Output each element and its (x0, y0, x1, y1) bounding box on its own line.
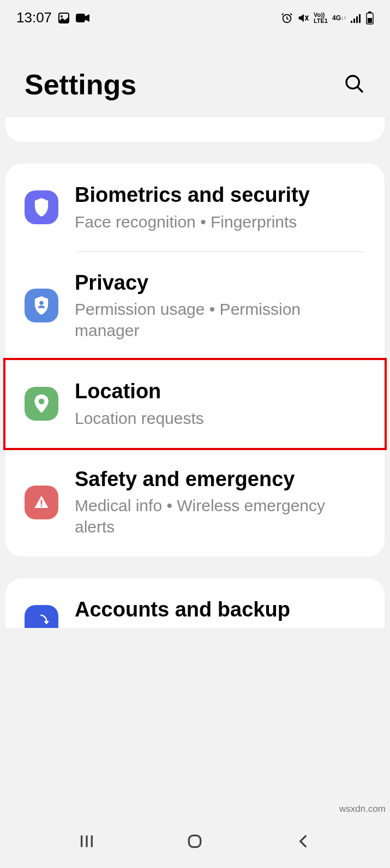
svg-rect-6 (356, 16, 358, 23)
settings-section: Biometrics and security Face recognition… (5, 164, 385, 556)
status-time: 13:07 (16, 9, 52, 26)
item-subtitle: Medical info • Wireless emergency alerts (75, 495, 365, 537)
status-bar: 13:07 Vo))LTE1 4G↓↑ (0, 0, 390, 30)
mute-icon (297, 12, 309, 24)
battery-icon (366, 11, 374, 25)
settings-item-privacy[interactable]: Privacy Permission usage • Permission ma… (5, 252, 385, 361)
svg-point-1 (61, 15, 63, 17)
settings-item-safety[interactable]: Safety and emergency Medical info • Wire… (5, 448, 385, 557)
back-button[interactable] (295, 833, 312, 852)
page-title: Settings (25, 68, 136, 101)
network-icon: 4G↓↑ (332, 15, 346, 21)
svg-rect-5 (353, 19, 355, 23)
shield-icon (25, 190, 58, 224)
item-title: Biometrics and security (75, 183, 365, 208)
item-title: Safety and emergency (75, 467, 365, 492)
svg-rect-15 (41, 505, 43, 507)
volte-icon: Vo))LTE1 (314, 12, 328, 24)
svg-rect-19 (189, 835, 201, 847)
next-section: Accounts and backup (5, 578, 385, 628)
home-button[interactable] (186, 833, 203, 852)
settings-item-biometrics[interactable]: Biometrics and security Face recognition… (5, 164, 385, 252)
svg-point-12 (39, 301, 43, 305)
item-subtitle: Location requests (75, 408, 365, 429)
svg-rect-10 (368, 18, 372, 23)
settings-item-accounts[interactable]: Accounts and backup (5, 578, 385, 628)
search-icon (344, 73, 365, 95)
navigation-bar (0, 816, 390, 868)
svg-rect-4 (351, 21, 352, 23)
home-icon (186, 833, 203, 850)
signal-icon (351, 13, 362, 23)
previous-section-peek (5, 117, 385, 142)
svg-rect-7 (359, 14, 361, 23)
image-icon (57, 11, 70, 25)
shield-person-icon (25, 289, 58, 322)
settings-item-location[interactable]: Location Location requests (3, 358, 387, 450)
svg-rect-9 (368, 11, 371, 13)
pin-icon (25, 387, 58, 421)
item-subtitle: Face recognition • Fingerprints (75, 211, 365, 232)
item-subtitle: Permission usage • Permission manager (75, 298, 365, 341)
recents-icon (78, 833, 95, 850)
item-title: Location (75, 379, 365, 404)
svg-point-11 (346, 76, 359, 88)
item-title: Privacy (75, 271, 365, 296)
item-title: Accounts and backup (75, 597, 365, 622)
header: Settings (0, 30, 390, 117)
alarm-icon (281, 12, 293, 24)
svg-point-13 (39, 399, 45, 405)
svg-rect-14 (41, 500, 43, 505)
sync-icon (25, 605, 58, 628)
svg-rect-2 (76, 14, 85, 22)
back-icon (295, 833, 312, 850)
recents-button[interactable] (78, 833, 95, 852)
search-button[interactable] (344, 73, 365, 97)
video-icon (76, 13, 90, 23)
alert-icon (25, 486, 58, 519)
watermark: wsxdn.com (339, 804, 386, 815)
